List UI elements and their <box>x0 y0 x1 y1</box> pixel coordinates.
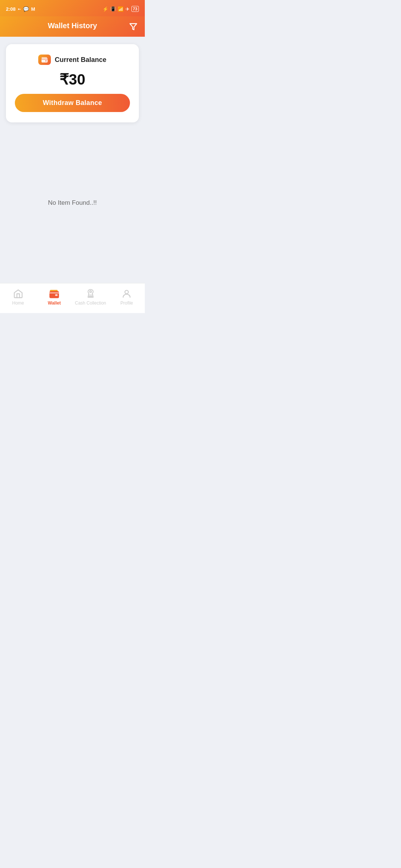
svg-point-2 <box>46 60 47 62</box>
nav-item-wallet[interactable]: Wallet <box>36 287 73 307</box>
gmail-icon: M <box>31 6 35 12</box>
time-display: 2:08 <box>6 6 16 12</box>
battery-display: 73 <box>131 6 139 12</box>
balance-card: Current Balance ₹30 Withdraw Balance <box>6 44 139 122</box>
nav-label-cash-collection: Cash Collection <box>75 300 106 306</box>
status-left: 2:08 ●• 💬 M <box>6 6 35 12</box>
airplane-icon: ✈ <box>125 6 130 12</box>
nav-item-profile[interactable]: Profile <box>109 287 145 307</box>
main-content: Current Balance ₹30 Withdraw Balance No … <box>0 37 145 283</box>
balance-header: Current Balance <box>38 55 106 65</box>
filter-button[interactable] <box>129 23 137 31</box>
svg-rect-1 <box>42 58 48 63</box>
status-bar: 2:08 ●• 💬 M ⚡ 📳 📶 ✈ 73 <box>0 0 145 16</box>
bluetooth-icon: ⚡ <box>102 6 108 12</box>
nav-item-home[interactable]: Home <box>0 287 36 307</box>
balance-amount: ₹30 <box>59 71 85 88</box>
withdraw-balance-button[interactable]: Withdraw Balance <box>15 94 130 112</box>
nav-item-cash-collection[interactable]: Cash Collection <box>72 287 109 307</box>
wallet-icon <box>41 57 48 63</box>
wallet-icon-box <box>38 55 51 65</box>
wallet-nav-icon <box>49 289 59 299</box>
svg-rect-4 <box>55 294 58 296</box>
bottom-navigation: Home Wallet Cash Collection Profile <box>0 283 145 313</box>
cash-collection-icon <box>85 289 96 299</box>
nav-label-home: Home <box>12 300 24 306</box>
dot-icon: ●• <box>18 7 21 11</box>
svg-point-5 <box>89 291 91 293</box>
nav-label-profile: Profile <box>120 300 133 306</box>
svg-marker-0 <box>130 23 137 30</box>
nav-label-wallet: Wallet <box>48 300 61 306</box>
wifi-icon: 📶 <box>118 6 124 12</box>
home-icon <box>13 289 23 299</box>
svg-point-8 <box>125 290 128 294</box>
vibrate-icon: 📳 <box>110 6 116 11</box>
empty-message: No Item Found..!! <box>48 199 97 207</box>
status-right: ⚡ 📳 📶 ✈ 73 <box>102 6 139 12</box>
balance-label: Current Balance <box>55 56 106 64</box>
empty-state: No Item Found..!! <box>6 130 139 276</box>
profile-icon <box>121 289 132 299</box>
page-title: Wallet History <box>48 22 97 30</box>
filter-icon <box>129 23 137 31</box>
whatsapp-icon: 💬 <box>23 6 29 12</box>
page-header: Wallet History <box>0 16 145 37</box>
